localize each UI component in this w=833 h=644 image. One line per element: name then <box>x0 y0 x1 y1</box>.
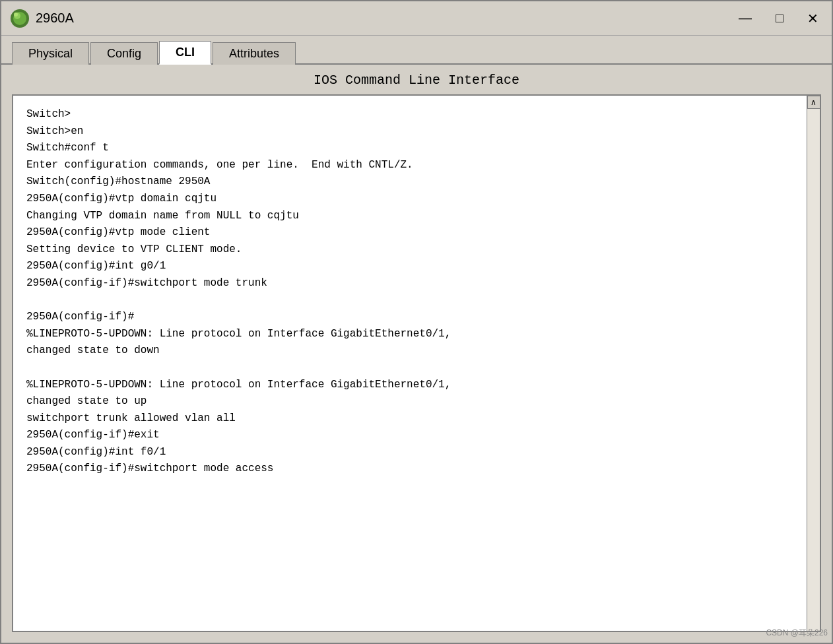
main-window: 2960A — □ ✕ Physical Config CLI Attribut… <box>0 0 833 644</box>
cli-container: Switch> Switch>en Switch#conf t Enter co… <box>12 94 821 632</box>
title-bar: 2960A — □ ✕ <box>1 1 832 36</box>
tab-cli[interactable]: CLI <box>159 41 211 65</box>
main-content: IOS Command Line Interface Switch> Switc… <box>1 65 832 643</box>
title-bar-left: 2960A <box>9 8 733 29</box>
svg-point-3 <box>14 13 18 16</box>
tab-physical[interactable]: Physical <box>12 42 89 65</box>
scroll-up-button[interactable]: ∧ <box>807 96 820 109</box>
close-button[interactable]: ✕ <box>802 8 824 29</box>
maximize-button[interactable]: □ <box>770 8 789 28</box>
cli-output[interactable]: Switch> Switch>en Switch#conf t Enter co… <box>13 96 807 631</box>
tabs-bar: Physical Config CLI Attributes <box>1 36 832 65</box>
watermark: CSDN @耳朵226 <box>766 628 828 639</box>
scroll-track[interactable] <box>807 109 820 631</box>
app-icon <box>9 8 30 29</box>
ios-title: IOS Command Line Interface <box>12 73 821 88</box>
window-controls: — □ ✕ <box>733 8 824 29</box>
tab-attributes[interactable]: Attributes <box>213 42 296 65</box>
tab-config[interactable]: Config <box>90 42 158 65</box>
window-title: 2960A <box>36 11 74 26</box>
scrollbar: ∧ <box>807 96 820 631</box>
minimize-button[interactable]: — <box>733 8 757 28</box>
